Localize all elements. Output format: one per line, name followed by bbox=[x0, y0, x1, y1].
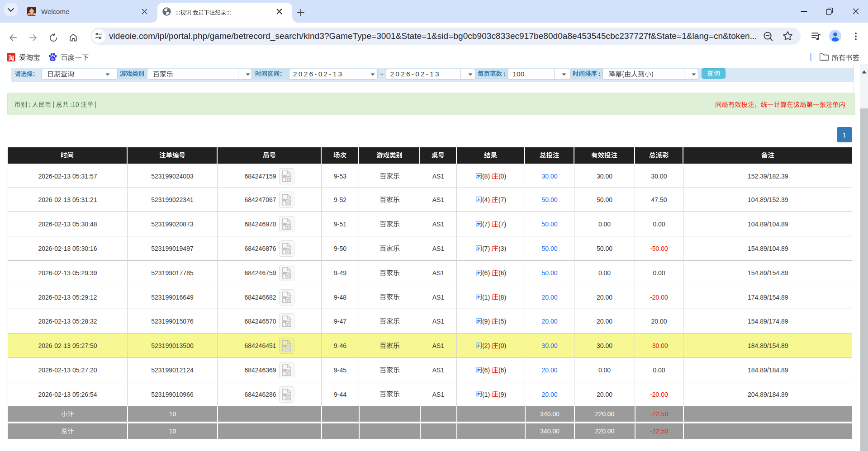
svg-text:du: du bbox=[51, 57, 55, 60]
